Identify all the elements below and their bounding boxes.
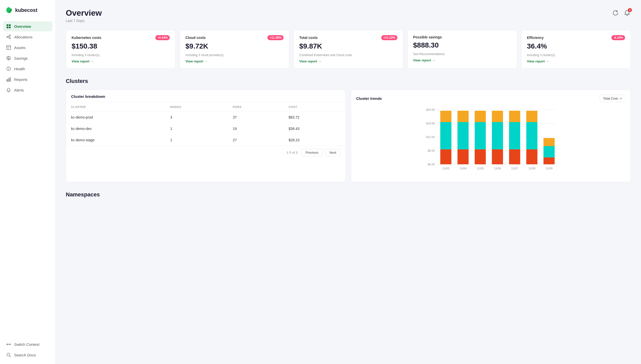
switch-context-button[interactable]: Switch Context [3, 339, 52, 349]
next-button[interactable]: Next [325, 149, 340, 156]
svg-line-21 [10, 356, 11, 357]
table-row: kc-demo-dev119$38.43 [66, 123, 346, 134]
cluster-trends-card: Cluster trends Total Cost $24.00 $18.00 … [351, 89, 631, 182]
app-name: kubecost [15, 7, 37, 13]
cell-pods: 37 [228, 112, 284, 123]
svg-rect-50 [544, 157, 555, 164]
efficiency-desc: Including 3 cluster(s) [527, 53, 625, 57]
cell-cluster: kc-demo-prod [66, 112, 165, 123]
svg-rect-1 [9, 24, 11, 26]
logo: kubecost [0, 0, 55, 21]
sidebar-item-reports[interactable]: Reports [3, 74, 52, 84]
page-header: Overview Last 7 Days 1 [66, 8, 631, 23]
svg-rect-47 [526, 149, 538, 164]
table-row: kc-demo-prod337$83.72 [66, 112, 346, 123]
share-icon [6, 34, 11, 39]
svg-text:11/05: 11/05 [477, 167, 484, 170]
svg-rect-16 [7, 80, 8, 81]
svg-point-20 [7, 353, 10, 356]
cell-cluster: kc-demo-stage [66, 134, 165, 146]
savings-icon [6, 56, 11, 61]
svg-point-5 [7, 36, 8, 38]
svg-rect-42 [492, 122, 503, 149]
efficiency-link[interactable]: View report → [527, 59, 549, 63]
svg-rect-37 [458, 111, 469, 122]
cost-card-savings: Possible savings $888.30 See Recommendat… [407, 30, 517, 69]
svg-text:11/06: 11/06 [494, 167, 501, 170]
total-costs-link[interactable]: View report → [299, 59, 322, 63]
search-icon [6, 352, 11, 357]
nav-menu: Overview Allocations [0, 21, 55, 337]
svg-rect-48 [526, 122, 538, 149]
notifications-button[interactable]: 1 [623, 9, 631, 18]
search-docs-button[interactable]: Search Docs [3, 350, 52, 360]
svg-rect-36 [458, 122, 469, 149]
cell-pods: 19 [228, 123, 284, 134]
bell-icon [6, 87, 11, 93]
sidebar-item-savings[interactable]: Savings [3, 53, 52, 63]
refresh-button[interactable] [612, 9, 619, 18]
svg-text:11/03: 11/03 [442, 167, 450, 170]
cell-nodes: 1 [165, 134, 228, 146]
total-costs-title: Total costs [299, 36, 318, 40]
sidebar-bottom: Switch Context Search Docs [0, 339, 55, 360]
kubernetes-costs-value: $150.38 [72, 42, 170, 50]
cost-card-total: Total costs +11.22% $9.87K Combined Kube… [293, 30, 403, 69]
svg-text:$24.00: $24.00 [426, 108, 435, 111]
cell-pods: 27 [228, 134, 284, 146]
sidebar-item-assets[interactable]: Assets [3, 42, 52, 53]
svg-rect-41 [492, 149, 503, 164]
cost-card-cloud: Cloud costs +11.38% $9.72K Including 3 c… [180, 30, 289, 69]
svg-point-6 [9, 38, 11, 39]
previous-button[interactable]: Previous [301, 149, 323, 156]
page-title-group: Overview Last 7 Days [66, 8, 102, 23]
cost-card-efficiency: Efficiency -0.10% 36.4% Including 3 clus… [521, 30, 631, 69]
svg-rect-40 [475, 111, 486, 122]
svg-rect-34 [440, 111, 452, 122]
kubernetes-costs-link[interactable]: View report → [72, 59, 94, 63]
info-circle-icon [6, 66, 11, 71]
col-pods: PODS [228, 102, 284, 112]
sidebar-item-health[interactable]: Health [3, 64, 52, 74]
cloud-costs-desc: Including 3 cloud provider(s) [185, 53, 284, 57]
cell-cost: $38.43 [284, 123, 346, 134]
clusters-grid: Cluster breakdown CLUSTER NODES PODS COS… [66, 89, 631, 182]
svg-rect-39 [475, 122, 486, 149]
svg-text:$18.00: $18.00 [426, 122, 435, 125]
cloud-costs-value: $9.72K [185, 42, 284, 50]
svg-rect-44 [509, 149, 520, 164]
svg-text:11/07: 11/07 [511, 167, 518, 170]
svg-line-8 [8, 37, 9, 38]
total-costs-desc: Combined Kubernetes and Cloud costs [299, 53, 397, 57]
svg-rect-38 [475, 149, 486, 164]
page-title: Overview [66, 8, 102, 18]
sidebar: kubecost Overview [0, 0, 56, 364]
namespaces-section: Namespaces [66, 191, 631, 198]
savings-title: Possible savings [413, 35, 442, 39]
svg-rect-35 [458, 149, 469, 164]
svg-rect-2 [7, 27, 8, 28]
grid-icon [6, 24, 11, 29]
col-nodes: NODES [165, 102, 228, 112]
svg-text:$12.00: $12.00 [426, 135, 435, 139]
svg-rect-17 [8, 79, 9, 81]
page-subtitle: Last 7 Days [66, 19, 102, 23]
svg-rect-52 [544, 138, 555, 146]
cloud-costs-link[interactable]: View report → [185, 59, 208, 63]
kubecost-logo-icon [5, 6, 13, 14]
cloud-costs-badge: +11.38% [267, 35, 284, 40]
total-costs-badge: +11.22% [381, 35, 397, 40]
col-cost: COST [284, 102, 346, 112]
sidebar-item-allocations[interactable]: Allocations [3, 32, 52, 42]
sidebar-item-label-savings: Savings [14, 56, 28, 60]
savings-link[interactable]: View report → [413, 58, 435, 62]
chart-dropdown[interactable]: Total Cost [600, 95, 626, 102]
table-row: kc-demo-stage127$28.23 [66, 134, 346, 146]
sidebar-item-label-assets: Assets [14, 46, 26, 50]
svg-rect-51 [544, 146, 555, 157]
header-actions: 1 [612, 8, 631, 18]
chevron-down-icon [619, 97, 622, 100]
sidebar-item-overview[interactable]: Overview [3, 21, 52, 31]
sidebar-item-alerts[interactable]: Alerts [3, 85, 52, 95]
namespaces-section-title: Namespaces [66, 191, 631, 198]
